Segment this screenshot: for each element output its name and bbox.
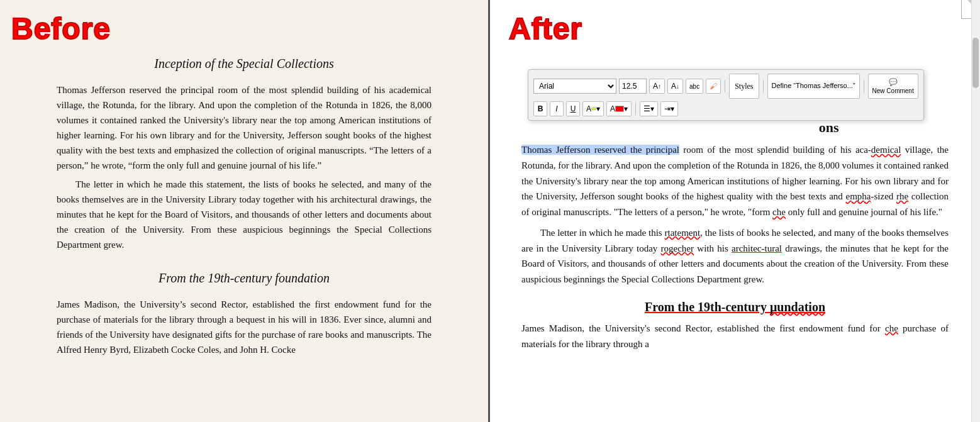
scrollbar-thumb[interactable] xyxy=(972,38,979,88)
underline-button[interactable]: U xyxy=(566,101,580,116)
paint-format-btn[interactable]: 🖌 xyxy=(706,79,721,94)
formatting-toolbar: Arial Times New Roman Calibri A↑ A↓ abc … xyxy=(528,69,924,121)
after-para1: Thomas Jefferson reserved the principal … xyxy=(521,142,949,220)
highlight-button[interactable]: A ▾ xyxy=(582,101,604,116)
comment-label: New Comment xyxy=(872,87,914,94)
font-size-decrease-btn[interactable]: A↓ xyxy=(667,79,683,94)
font-color-icon: A xyxy=(610,104,615,113)
spell-empha: empha xyxy=(846,191,871,201)
before-panel: Before Inception of the Special Collecti… xyxy=(0,0,490,422)
separator1 xyxy=(725,80,725,92)
highlight-bar xyxy=(591,108,596,110)
spell-demical: demical xyxy=(871,145,901,155)
after-content: Inception of the Special Collections Tho… xyxy=(490,119,980,352)
font-family-select[interactable]: Arial Times New Roman Calibri xyxy=(533,79,616,94)
clear-format-btn[interactable]: abc xyxy=(686,79,703,94)
after-heading2: From the 19th-century μundation xyxy=(521,300,949,314)
font-size-input[interactable] xyxy=(619,79,647,94)
after-para3: James Madison, the University's second R… xyxy=(521,321,949,352)
list-button[interactable]: ☰▾ xyxy=(640,101,658,116)
italic-button[interactable]: I xyxy=(550,101,564,116)
font-color-button[interactable]: A ▾ xyxy=(606,101,632,116)
separator2 xyxy=(763,80,764,92)
font-color-dropdown[interactable]: ▾ xyxy=(624,104,628,113)
before-label: Before xyxy=(11,11,111,46)
spell-mundation: μundation xyxy=(770,300,825,314)
before-para1: Thomas Jefferson reserved the principal … xyxy=(57,82,432,173)
selected-text-segment: Thomas Jefferson reserved the principal xyxy=(521,145,679,155)
spell-rtatement: rtatement xyxy=(664,228,700,238)
toolbar-row-top: Arial Times New Roman Calibri A↑ A↓ abc … xyxy=(533,74,918,99)
spell-che: che xyxy=(772,207,786,217)
font-color-bar xyxy=(615,106,624,112)
new-comment-button[interactable]: 💬 New Comment xyxy=(868,74,918,99)
spell-che2: che xyxy=(885,323,898,333)
heading-visible-part: ons xyxy=(819,119,839,135)
scrollbar[interactable] xyxy=(971,0,980,422)
toolbar-row-bottom: B I U A ▾ A ▾ ☰▾ ⇥▾ xyxy=(533,101,918,116)
separator4 xyxy=(635,103,636,115)
spell-rhe: rhe xyxy=(896,191,908,201)
before-heading2: From the 19th-century foundation xyxy=(57,271,432,286)
bold-button[interactable]: B xyxy=(533,101,547,116)
before-para2: The letter in which he made this stateme… xyxy=(57,177,432,252)
styles-button[interactable]: Styles xyxy=(729,74,759,99)
before-content: Inception of the Special Collections Tho… xyxy=(0,0,488,382)
indent-button[interactable]: ⇥▾ xyxy=(660,101,678,116)
spell-rogecher: rogecher xyxy=(661,243,694,253)
define-button[interactable]: Define “Thomas Jefferso...” xyxy=(767,74,860,99)
spell-architectural: architec-tural xyxy=(732,243,782,253)
after-label: After xyxy=(509,11,582,46)
before-para3: James Madison, the University’s second R… xyxy=(57,297,432,357)
after-heading1-partial: Inception of the Special Collections xyxy=(521,119,949,136)
separator3 xyxy=(864,80,864,92)
highlight-icon: A xyxy=(586,104,591,113)
comment-icon: 💬 xyxy=(889,78,898,86)
after-panel: After Arial Times New Roman Calibri A↑ A… xyxy=(490,0,980,422)
font-size-increase-btn[interactable]: A↑ xyxy=(649,79,665,94)
after-para2: The letter in which he made this rtateme… xyxy=(521,225,949,287)
highlight-dropdown[interactable]: ▾ xyxy=(596,104,600,113)
before-heading1: Inception of the Special Collections xyxy=(57,57,432,71)
